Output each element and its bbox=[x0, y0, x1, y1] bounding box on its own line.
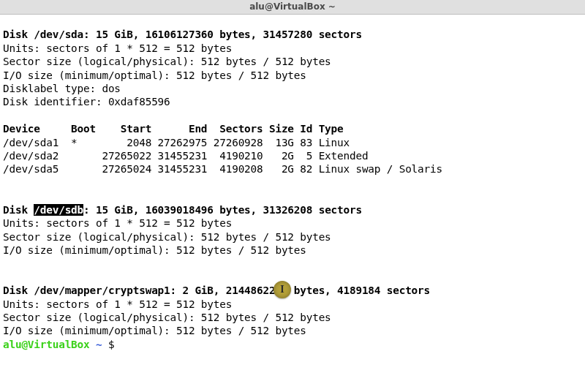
disk-sdb-head-post: : 15 GiB, 16039018496 bytes, 31326208 se… bbox=[83, 204, 362, 216]
shell-prompt[interactable]: alu@VirtualBox ~ $ bbox=[3, 339, 121, 350]
disk-sdb-header: Disk /dev/sdb: 15 GiB, 16039018496 bytes… bbox=[3, 204, 362, 216]
disk-sda-label: Disklabel type: dos bbox=[3, 83, 121, 94]
prompt-sep1 bbox=[90, 339, 96, 350]
disk-cryptswap-io: I/O size (minimum/optimal): 512 bytes / … bbox=[3, 325, 306, 336]
disk-sda-io: I/O size (minimum/optimal): 512 bytes / … bbox=[3, 69, 306, 81]
disk-sda-sector: Sector size (logical/physical): 512 byte… bbox=[3, 56, 331, 67]
disk-sdb-highlight: /dev/sdb bbox=[34, 204, 83, 216]
partition-table-head: Device Boot Start End Sectors Size Id Ty… bbox=[3, 123, 344, 135]
disk-sdb-units: Units: sectors of 1 * 512 = 512 bytes bbox=[3, 217, 232, 229]
disk-cryptswap-units: Units: sectors of 1 * 512 = 512 bytes bbox=[3, 298, 232, 310]
disk-cryptswap-sector: Sector size (logical/physical): 512 byte… bbox=[3, 312, 331, 323]
table-row: /dev/sda1 * 2048 27262975 27260928 13G 8… bbox=[3, 137, 350, 148]
prompt-user: alu@VirtualBox bbox=[3, 339, 90, 350]
disk-cryptswap-header: Disk /dev/mapper/cryptswap1: 2 GiB, 2144… bbox=[3, 284, 430, 296]
text-cursor-icon: I bbox=[273, 281, 291, 298]
cursor-glyph: I bbox=[280, 283, 284, 296]
disk-sdb-sector: Sector size (logical/physical): 512 byte… bbox=[3, 231, 331, 243]
disk-sdb-head-pre: Disk bbox=[3, 204, 34, 216]
table-row: /dev/sda5 27265024 31455231 4190208 2G 8… bbox=[3, 163, 442, 175]
disk-sda-ident: Disk identifier: 0xdaf85596 bbox=[3, 96, 170, 108]
disk-sdb-io: I/O size (minimum/optimal): 512 bytes / … bbox=[3, 244, 306, 256]
table-row: /dev/sda2 27265022 31455231 4190210 2G 5… bbox=[3, 150, 368, 162]
prompt-dollar: $ bbox=[102, 339, 120, 350]
terminal-output[interactable]: Disk /dev/sda: 15 GiB, 16106127360 bytes… bbox=[0, 15, 585, 351]
window-title: alu@VirtualBox ~ bbox=[249, 0, 336, 13]
disk-sda-header: Disk /dev/sda: 15 GiB, 16106127360 bytes… bbox=[3, 29, 362, 40]
window-titlebar: alu@VirtualBox ~ bbox=[0, 0, 585, 15]
disk-sda-units: Units: sectors of 1 * 512 = 512 bytes bbox=[3, 42, 232, 54]
